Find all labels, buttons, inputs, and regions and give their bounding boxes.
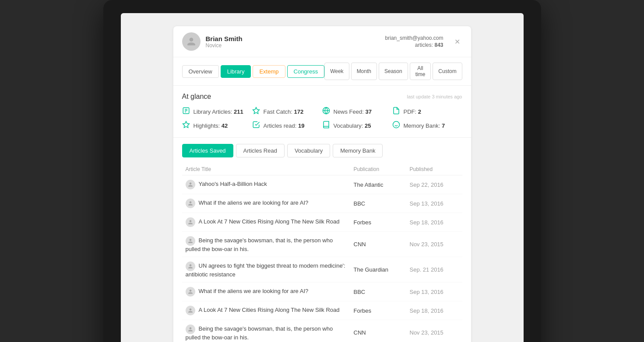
article-publication: The Atlantic — [350, 175, 406, 194]
table-row[interactable]: Being the savage's bowsman, that is, the… — [182, 232, 462, 257]
article-date: Sep 13, 2016 — [406, 283, 462, 301]
articles-read-icon — [252, 121, 260, 130]
at-glance-header: At glance last update 3 minutes ago — [182, 93, 462, 101]
tab-overview[interactable]: Overview — [182, 65, 219, 78]
svg-marker-6 — [183, 122, 189, 128]
tab-vocabulary[interactable]: Vocabulary — [287, 144, 330, 157]
stat-label: Articles read: 19 — [264, 122, 305, 129]
filter-alltime[interactable]: All time — [410, 63, 431, 80]
row-avatar — [186, 306, 195, 315]
stat-memory-bank: Memory Bank: 7 — [392, 121, 462, 130]
article-publication: BBC — [350, 194, 406, 213]
article-publication: BBC — [350, 283, 406, 301]
col-publication: Publication — [350, 164, 406, 175]
highlights-icon — [182, 121, 190, 130]
avatar — [182, 32, 201, 51]
stat-fast-catch: Fast Catch: 172 — [252, 107, 322, 116]
filter-season[interactable]: Season — [379, 63, 408, 80]
row-avatar — [186, 180, 195, 189]
article-title: Being the savage's bowsman, that is, the… — [182, 232, 350, 257]
row-avatar — [186, 199, 195, 208]
table-row[interactable]: What if the aliens we are looking for ar… — [182, 194, 462, 213]
row-avatar — [186, 217, 195, 227]
stat-news-feed: News Feed: 37 — [322, 107, 392, 116]
tab-library[interactable]: Library — [221, 65, 251, 78]
user-role: Novice — [206, 42, 243, 49]
article-date: Sep. 21 2016 — [406, 257, 462, 283]
table-row[interactable]: Being the savage's bowsman, that is, the… — [182, 320, 462, 342]
stat-library-articles: Library Articles: 211 — [182, 107, 252, 116]
user-name: Brian Smith — [206, 35, 243, 42]
row-avatar — [186, 325, 195, 334]
stat-pdf: PDF: 2 — [392, 107, 462, 116]
article-date: Nov 23, 2015 — [406, 320, 462, 342]
stat-label: Memory Bank: 7 — [404, 122, 445, 129]
user-info-left: Brian Smith Novice — [182, 32, 243, 51]
pdf-icon — [392, 107, 400, 116]
tab-articles-read[interactable]: Articles Read — [236, 144, 285, 157]
table-row[interactable]: A Look At 7 New Cities Rising Along The … — [182, 301, 462, 320]
stats-grid: Library Articles: 211 Fast Catch: 172 — [182, 107, 462, 130]
articles-tabs: Articles Saved Articles Read Vocabulary … — [182, 144, 462, 157]
user-info-right: brian_smith@yahoo.com articles: 843 — [385, 35, 443, 48]
article-title: What if the aliens we are looking for ar… — [182, 194, 350, 213]
tab-congress[interactable]: Congress — [287, 65, 325, 78]
article-publication: The Guardian — [350, 257, 406, 283]
stat-label: Highlights: 42 — [194, 122, 228, 129]
article-title: UN agrees to fight 'the biggest threat t… — [182, 257, 350, 283]
article-title: Being the savage's bowsman, that is, the… — [182, 320, 350, 342]
tab-articles-saved[interactable]: Articles Saved — [182, 144, 233, 157]
article-publication: CNN — [350, 320, 406, 342]
articles-section: Articles Saved Articles Read Vocabulary … — [173, 138, 471, 342]
stat-articles-read: Articles read: 19 — [252, 121, 322, 130]
stat-vocabulary: Vocabulary: 25 — [322, 121, 392, 130]
stat-highlights: Highlights: 42 — [182, 121, 252, 130]
article-date: Sep 13, 2016 — [406, 194, 462, 213]
memory-bank-icon — [392, 121, 400, 130]
table-row[interactable]: A Look At 7 New Cities Rising Along The … — [182, 213, 462, 232]
tab-extemp[interactable]: Extemp — [253, 65, 285, 78]
vocabulary-icon — [322, 121, 330, 130]
library-articles-icon — [182, 107, 190, 116]
table-row[interactable]: What if the aliens we are looking for ar… — [182, 283, 462, 301]
article-date: Sep 18, 2016 — [406, 213, 462, 232]
filter-month[interactable]: Month — [351, 63, 377, 80]
col-published: Published — [406, 164, 462, 175]
article-title: A Look At 7 New Cities Rising Along The … — [182, 213, 350, 232]
at-glance-section: At glance last update 3 minutes ago Libr… — [173, 86, 471, 138]
navigation: Overview Library Extemp Congress Week Mo… — [173, 57, 471, 86]
article-publication: Forbes — [350, 301, 406, 320]
nav-left: Overview Library Extemp Congress — [182, 65, 325, 78]
last-update: last update 3 minutes ago — [407, 94, 462, 99]
col-title: Article Title — [182, 164, 350, 175]
filter-week[interactable]: Week — [324, 63, 349, 80]
article-publication: CNN — [350, 232, 406, 257]
fast-catch-icon — [252, 107, 260, 116]
article-date: Sep 22, 2016 — [406, 175, 462, 194]
row-avatar — [186, 262, 195, 271]
user-details: Brian Smith Novice — [206, 35, 243, 49]
tab-memory-bank[interactable]: Memory Bank — [333, 144, 383, 157]
svg-point-7 — [393, 122, 399, 128]
stat-label: Vocabulary: 25 — [334, 122, 371, 129]
article-publication: Forbes — [350, 213, 406, 232]
stat-label: PDF: 2 — [404, 108, 421, 115]
article-title: Yahoo's Half-a-Billion Hack — [182, 175, 350, 194]
article-date: Nov 23, 2015 — [406, 232, 462, 257]
filter-custom[interactable]: Custom — [433, 63, 462, 80]
article-date: Sep 18, 2016 — [406, 301, 462, 320]
stat-label: News Feed: 37 — [334, 108, 372, 115]
articles-table: Article Title Publication Published Yaho… — [182, 164, 462, 342]
row-avatar — [186, 287, 195, 297]
table-row[interactable]: UN agrees to fight 'the biggest threat t… — [182, 257, 462, 283]
user-articles-count: articles: 843 — [415, 42, 443, 48]
table-row[interactable]: Yahoo's Half-a-Billion Hack The Atlantic… — [182, 175, 462, 194]
user-header: Brian Smith Novice brian_smith@yahoo.com… — [173, 26, 471, 57]
stat-label: Fast Catch: 172 — [264, 108, 304, 115]
stat-label: Library Articles: 211 — [194, 108, 243, 115]
news-feed-icon — [322, 107, 330, 116]
row-avatar — [186, 236, 195, 246]
article-title: A Look At 7 New Cities Rising Along The … — [182, 301, 350, 320]
close-button[interactable]: ✕ — [452, 37, 462, 47]
at-glance-title: At glance — [182, 93, 211, 101]
